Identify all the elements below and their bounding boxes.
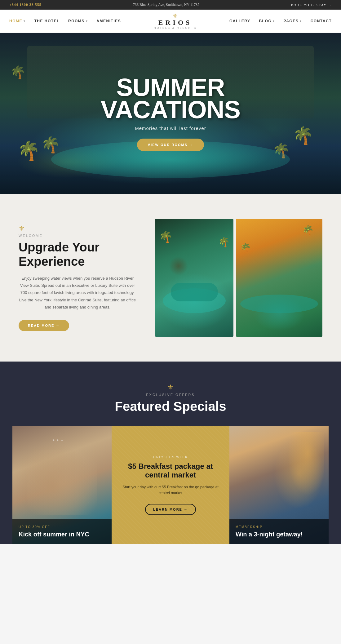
nav-the-hotel[interactable]: THE HOTEL bbox=[34, 19, 60, 23]
welcome-heading: Upgrade Your Experience bbox=[19, 240, 136, 269]
nav-amenities[interactable]: AMENITIES bbox=[96, 19, 121, 23]
logo-name: ERIOS bbox=[158, 19, 192, 26]
welcome-body: Enjoy sweeping water views when you rese… bbox=[19, 275, 136, 311]
card-title: Kick off summer in NYC bbox=[19, 531, 105, 538]
breakfast-badge: ONLY THIS WEEK bbox=[153, 455, 188, 459]
logo-tagline: HOTELS & RESORTS bbox=[154, 26, 197, 29]
welcome-label: WELCOME bbox=[19, 234, 136, 238]
welcome-text: ⚜ WELCOME Upgrade Your Experience Enjoy … bbox=[19, 224, 136, 331]
crown-icon: ⚜ bbox=[19, 224, 136, 233]
view-rooms-button[interactable]: VIEW OUR ROOMS → bbox=[137, 139, 204, 151]
specials-header: ⚜ EXCLUSIVE OFFERS Featured Specials bbox=[12, 383, 329, 414]
breakfast-desc: Start your day with ourt $5 Breakfast on… bbox=[121, 484, 220, 496]
welcome-images: 🌴 🌴 🌴 🌴 bbox=[155, 219, 322, 337]
main-nav: HOME ▾ THE HOTEL ROOMS ▾ AMENITIES ⚜ ERI… bbox=[0, 10, 341, 33]
learn-more-button[interactable]: LEARN MORE → bbox=[145, 504, 196, 515]
nav-right: GALLERY BLOG ▾ PAGES ▾ CONTACT bbox=[229, 19, 332, 23]
palm-icon: 🌴 bbox=[10, 65, 26, 80]
nav-contact[interactable]: CONTACT bbox=[311, 19, 332, 23]
breakfast-title: $5 Breakfast package at central market bbox=[121, 462, 220, 480]
specials-heading: Featured Specials bbox=[12, 399, 329, 414]
hero-content: SUMMER VACATIONS Memories that will last… bbox=[101, 76, 240, 151]
specials-label: EXCLUSIVE OFFERS bbox=[12, 393, 329, 397]
nav-home[interactable]: HOME ▾ bbox=[9, 19, 26, 23]
specials-section: ⚜ EXCLUSIVE OFFERS Featured Specials ✦ ✦… bbox=[0, 362, 341, 544]
welcome-section: ⚜ WELCOME Upgrade Your Experience Enjoy … bbox=[0, 194, 341, 362]
read-more-button[interactable]: READ MORE → bbox=[19, 320, 69, 331]
chevron-down-icon: ▾ bbox=[273, 20, 275, 23]
hero-section: 🌴 🌴 🌴 🌴 🌴 SUMMER VACATIONS Memories that… bbox=[0, 33, 341, 194]
chevron-down-icon: ▾ bbox=[86, 20, 88, 23]
address: 736 Blue Spring Ave, Smithtown, NY 11787 bbox=[133, 2, 199, 7]
card-overlay: UP TO 30% OFF Kick off summer in NYC bbox=[12, 519, 112, 544]
chevron-down-icon: ▾ bbox=[300, 20, 302, 23]
book-stay-button[interactable]: BOOK YOUR STAY → bbox=[291, 3, 332, 7]
hero-subtitle: Memories that will last forever bbox=[101, 126, 240, 131]
top-bar: +844 1800 33 555 736 Blue Spring Ave, Sm… bbox=[0, 0, 341, 10]
special-card-spa: ✦ ✦ ✦ UP TO 30% OFF Kick off summer in N… bbox=[12, 426, 112, 544]
card-overlay: MEMBERSHIP Win a 3-night getaway! bbox=[229, 519, 329, 544]
resort-image-right: 🌴 🌴 bbox=[236, 219, 322, 337]
card-title: Win a 3-night getaway! bbox=[236, 531, 322, 538]
nav-blog[interactable]: BLOG ▾ bbox=[259, 19, 275, 23]
hero-title: SUMMER VACATIONS bbox=[101, 76, 240, 121]
crown-icon: ⚜ bbox=[12, 383, 329, 391]
palm-icon: 🌴 bbox=[292, 126, 314, 146]
nav-left: HOME ▾ THE HOTEL ROOMS ▾ AMENITIES bbox=[9, 19, 121, 23]
special-card-breakfast: ONLY THIS WEEK $5 Breakfast package at c… bbox=[112, 426, 229, 544]
card-badge: MEMBERSHIP bbox=[236, 525, 322, 529]
logo-crown-icon: ⚜ bbox=[172, 13, 178, 19]
nav-rooms[interactable]: ROOMS ▾ bbox=[68, 19, 88, 23]
palm-icon: 🌴 bbox=[41, 136, 60, 154]
logo[interactable]: ⚜ ERIOS HOTELS & RESORTS bbox=[154, 13, 197, 29]
chevron-down-icon: ▾ bbox=[24, 20, 26, 23]
card-badge: UP TO 30% OFF bbox=[19, 525, 105, 529]
nav-gallery[interactable]: GALLERY bbox=[229, 19, 250, 23]
nav-pages[interactable]: PAGES ▾ bbox=[284, 19, 302, 23]
pool-image-left: 🌴 🌴 bbox=[155, 219, 233, 337]
special-card-morning: MEMBERSHIP Win a 3-night getaway! bbox=[229, 426, 329, 544]
phone-number[interactable]: +844 1800 33 555 bbox=[9, 2, 42, 7]
specials-cards: ✦ ✦ ✦ UP TO 30% OFF Kick off summer in N… bbox=[12, 426, 329, 544]
palm-icon: 🌴 bbox=[17, 140, 40, 162]
